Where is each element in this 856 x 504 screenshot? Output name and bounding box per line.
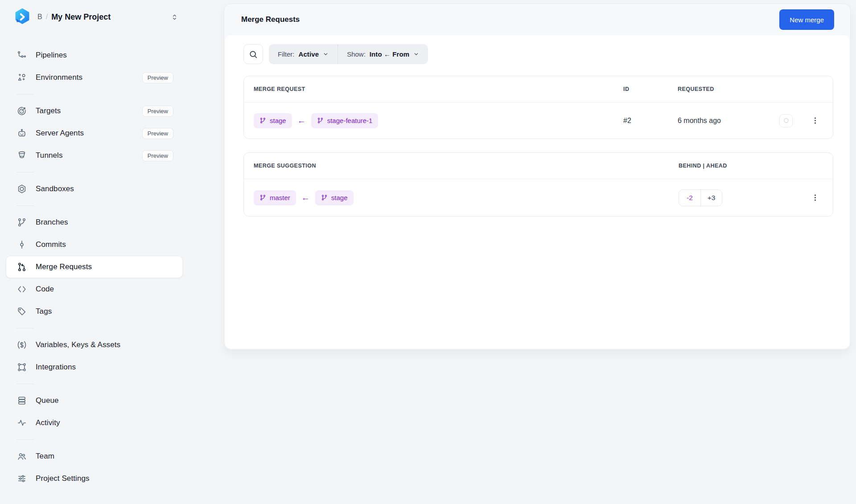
sidebar-divider	[16, 94, 34, 94]
column-merge-request: MERGE REQUEST	[254, 86, 620, 92]
preview-badge: Preview	[142, 150, 173, 161]
column-id: ID	[620, 86, 678, 92]
arrow-left-icon: ←	[297, 116, 306, 126]
sidebar-item-label: Queue	[36, 396, 59, 405]
chevron-down-icon	[413, 51, 419, 57]
kebab-menu-icon	[811, 116, 819, 125]
search-icon	[249, 50, 258, 59]
into-branch-name: master	[270, 194, 290, 201]
table-row[interactable]: master ← stage -2 +3	[244, 179, 833, 216]
merge-suggestion-table: MERGE SUGGESTION BEHIND | AHEAD master ←	[243, 152, 833, 217]
merge-request-id: #2	[620, 117, 678, 125]
sidebar-divider	[16, 205, 34, 206]
sidebar-divider	[16, 439, 34, 440]
sidebar-item-environments[interactable]: EnvironmentsPreview	[6, 66, 183, 89]
sidebar-item-team[interactable]: Team	[6, 445, 183, 467]
sandboxes-icon	[17, 184, 27, 194]
sidebar-item-label: Merge Requests	[36, 262, 92, 271]
branch-icon	[259, 194, 266, 201]
tags-icon	[17, 307, 27, 316]
column-merge-suggestion: MERGE SUGGESTION	[254, 163, 666, 169]
sidebar-item-label: Project Settings	[36, 474, 90, 483]
sidebar-item-label: Sandboxes	[36, 184, 74, 193]
preview-badge: Preview	[142, 72, 173, 83]
avatar-circle-icon	[782, 117, 790, 124]
project-name[interactable]: My New Project	[51, 12, 111, 22]
pipelines-icon	[17, 50, 27, 60]
sidebar-item-label: Pipelines	[36, 51, 67, 60]
breadcrumb-separator: /	[46, 13, 48, 21]
code-icon	[17, 284, 27, 294]
show-prefix: Show:	[347, 50, 366, 58]
sidebar-item-label: Branches	[36, 218, 68, 227]
sidebar-item-label: Integrations	[36, 363, 76, 372]
sidebar-item-label: Variables, Keys & Assets	[36, 340, 120, 349]
server-agents-icon	[17, 128, 27, 138]
environments-icon	[17, 73, 27, 82]
sidebar-item-label: Activity	[36, 418, 60, 427]
behind-ahead-pill[interactable]: -2 +3	[679, 189, 722, 206]
filter-value: Active	[299, 50, 319, 58]
sidebar-divider	[16, 328, 34, 328]
sidebar-item-branches[interactable]: Branches	[6, 211, 183, 234]
integrations-icon	[17, 362, 27, 372]
branch-badge-into[interactable]: stage	[254, 113, 292, 128]
branch-icon	[317, 117, 324, 124]
ahead-count: +3	[701, 190, 722, 206]
sidebar-item-label: Tags	[36, 307, 52, 316]
sidebar-item-commits[interactable]: Commits	[6, 234, 183, 256]
sidebar-item-merge-requests[interactable]: Merge Requests	[6, 256, 183, 278]
branch-icon	[259, 117, 266, 124]
org-initial[interactable]: B	[37, 13, 42, 21]
row-actions-menu-button[interactable]	[809, 192, 821, 204]
merge-suggestion-table-header: MERGE SUGGESTION BEHIND | AHEAD	[244, 153, 833, 179]
show-value: Into ← From	[370, 50, 409, 58]
table-row[interactable]: stage ← stage-feature-1 #2 6 months ago	[244, 102, 833, 139]
sidebar-item-sandboxes[interactable]: Sandboxes	[6, 178, 183, 200]
into-branch-name: stage	[270, 117, 286, 124]
sidebar-item-project-settings[interactable]: Project Settings	[6, 467, 183, 490]
sidebar-item-code[interactable]: Code	[6, 278, 183, 300]
search-button[interactable]	[243, 44, 263, 64]
sidebar-item-activity[interactable]: Activity	[6, 412, 183, 434]
branch-badge-into[interactable]: master	[254, 190, 296, 205]
sidebar-item-label: Environments	[36, 73, 82, 82]
tunnels-icon	[17, 151, 27, 160]
sidebar-item-tags[interactable]: Tags	[6, 300, 183, 323]
sidebar-item-integrations[interactable]: Integrations	[6, 356, 183, 378]
sidebar: B / My New Project PipelinesEnvironments…	[0, 0, 223, 504]
sidebar-item-queue[interactable]: Queue	[6, 389, 183, 412]
activity-icon	[17, 418, 27, 428]
sidebar-item-targets[interactable]: TargetsPreview	[6, 100, 183, 122]
sidebar-item-label: Team	[36, 452, 54, 461]
panel-header: Merge Requests New merge	[224, 4, 850, 35]
new-merge-button[interactable]: New merge	[779, 9, 834, 30]
sidebar-item-label: Commits	[36, 240, 66, 249]
page-title: Merge Requests	[241, 15, 300, 24]
column-requested: REQUESTED	[678, 86, 779, 92]
branches-icon	[17, 217, 27, 227]
arrow-left-icon: ←	[301, 193, 310, 203]
chevron-down-icon	[323, 51, 329, 57]
filter-dropdown[interactable]: Filter:Active	[269, 44, 337, 64]
row-actions-menu-button[interactable]	[809, 115, 821, 127]
sidebar-item-label: Tunnels	[36, 151, 63, 160]
branch-badge-from[interactable]: stage	[315, 190, 354, 205]
project-settings-icon	[17, 474, 27, 484]
show-dropdown[interactable]: Show:Into ← From	[338, 44, 428, 64]
from-branch-name: stage	[331, 194, 348, 201]
sidebar-item-tunnels[interactable]: TunnelsPreview	[6, 144, 183, 167]
merge-request-table: MERGE REQUEST ID REQUESTED stage ←	[243, 76, 833, 139]
sidebar-item-pipelines[interactable]: Pipelines	[6, 44, 183, 66]
sidebar-item-label: Server Agents	[36, 129, 84, 138]
sidebar-item-variables-keys-assets[interactable]: Variables, Keys & Assets	[6, 334, 183, 356]
sidebar-item-server-agents[interactable]: Server AgentsPreview	[6, 122, 183, 144]
assignee-placeholder-button[interactable]	[779, 114, 793, 127]
updown-chevron-icon[interactable]	[171, 13, 178, 21]
buddy-logo	[13, 8, 31, 26]
branch-badge-from[interactable]: stage-feature-1	[311, 113, 379, 128]
sidebar-nav: PipelinesEnvironmentsPreviewTargetsPrevi…	[6, 44, 183, 490]
requested-time: 6 months ago	[678, 117, 779, 125]
variables-icon	[17, 340, 27, 350]
project-switcher[interactable]: B / My New Project	[13, 7, 178, 27]
